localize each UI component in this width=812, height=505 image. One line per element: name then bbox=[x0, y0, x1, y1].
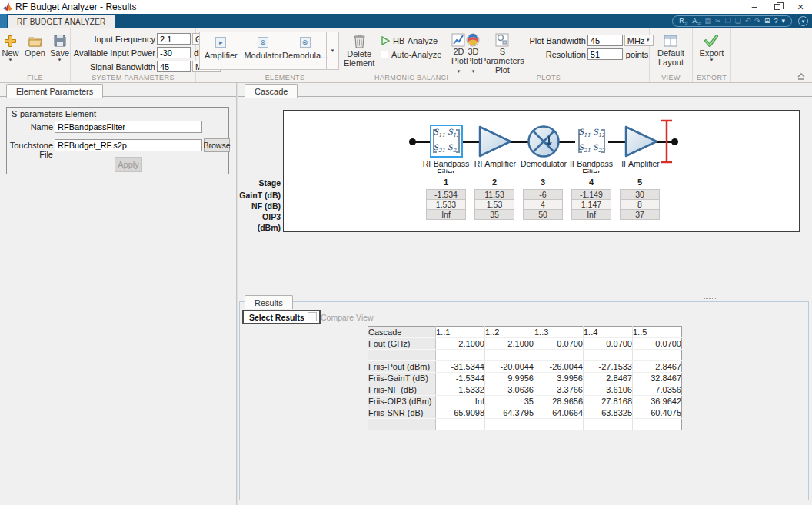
close-button[interactable]: × bbox=[789, 0, 812, 14]
tab-cascade[interactable]: Cascade bbox=[245, 84, 298, 98]
3d-plot-button[interactable]: 3D Plot ▼ bbox=[466, 31, 481, 72]
results-value-cell[interactable]: 36.9642 bbox=[633, 396, 682, 407]
results-value-cell[interactable]: -31.5344 bbox=[436, 361, 485, 373]
splitter-grip[interactable] bbox=[704, 297, 716, 299]
delete-element-button[interactable]: Delete Element bbox=[344, 32, 374, 72]
s-parameters-plot-button[interactable]: S Parameters Plot bbox=[481, 31, 524, 72]
modulator-gallery-button[interactable]: ⊗ Modulator bbox=[242, 32, 285, 69]
results-value-cell[interactable] bbox=[584, 350, 633, 361]
stage-value-cell[interactable]: Inf bbox=[426, 209, 466, 220]
results-value-cell[interactable]: 60.4075 bbox=[633, 407, 682, 419]
minimize-button[interactable]: – bbox=[743, 0, 766, 14]
results-value-cell[interactable] bbox=[534, 350, 584, 361]
copy-icon[interactable]: ❐ bbox=[724, 16, 733, 26]
new-button[interactable]: New ▼ bbox=[1, 31, 21, 72]
results-value-cell[interactable]: 2.8467 bbox=[584, 373, 633, 384]
results-value-cell[interactable]: 3.0636 bbox=[485, 384, 534, 396]
default-layout-button[interactable]: Default Layout bbox=[657, 31, 684, 72]
results-value-cell[interactable]: 9.9956 bbox=[485, 373, 534, 384]
results-value-cell[interactable]: 2.8467 bbox=[633, 361, 682, 373]
tab-results[interactable]: Results bbox=[245, 295, 293, 309]
results-value-cell[interactable]: 27.8168 bbox=[584, 396, 633, 407]
results-value-cell[interactable] bbox=[633, 419, 682, 430]
results-value-cell[interactable]: 7.0356 bbox=[633, 384, 682, 396]
results-value-cell[interactable]: -20.0044 bbox=[485, 361, 534, 373]
compare-view-checkbox[interactable] bbox=[308, 312, 317, 321]
save-icon[interactable]: ▤ bbox=[704, 16, 714, 26]
results-value-cell[interactable]: 3.6106 bbox=[584, 384, 633, 396]
results-value-cell[interactable]: 2.1000 bbox=[436, 338, 485, 350]
results-value-cell[interactable]: 3.3766 bbox=[534, 384, 584, 396]
redo-icon[interactable]: ↷ bbox=[753, 16, 762, 26]
cut-icon[interactable]: ✂ bbox=[714, 16, 723, 26]
undo-icon[interactable]: ↶ bbox=[744, 16, 753, 26]
plot-bandwidth-field[interactable] bbox=[587, 35, 623, 46]
stage-value-cell[interactable]: 1.53 bbox=[474, 199, 514, 210]
resolution-field[interactable] bbox=[587, 48, 623, 60]
stage-value-cell[interactable]: 35 bbox=[474, 209, 514, 220]
dropdown-icon[interactable]: ▾ bbox=[780, 16, 787, 26]
stage-value-cell[interactable]: -6 bbox=[523, 189, 563, 200]
element-ifamplifier[interactable] bbox=[624, 125, 659, 158]
element-demodulator[interactable] bbox=[527, 125, 561, 158]
results-value-cell[interactable]: 35 bbox=[485, 396, 534, 407]
stage-value-cell[interactable]: 1.533 bbox=[426, 199, 466, 210]
stage-value-cell[interactable]: 1.147 bbox=[571, 199, 611, 210]
gallery-expand-button[interactable]: ▼ bbox=[326, 32, 338, 69]
stage-value-cell[interactable]: 37 bbox=[620, 209, 660, 220]
2d-plot-button[interactable]: 2D Plot ▼ bbox=[451, 31, 466, 72]
results-value-cell[interactable]: 1.5332 bbox=[436, 384, 485, 396]
results-value-cell[interactable]: -26.0044 bbox=[534, 361, 584, 373]
results-value-cell[interactable] bbox=[633, 350, 682, 361]
element-rfamplifier[interactable] bbox=[478, 125, 513, 158]
export-button[interactable]: Export ▼ bbox=[700, 31, 724, 72]
open-button[interactable]: Open ▼ bbox=[25, 31, 45, 72]
save-button[interactable]: Save ▼ bbox=[50, 31, 70, 72]
window-icon[interactable]: ⊞ bbox=[763, 16, 772, 26]
hb-analyze-button[interactable]: HB-Analyze bbox=[381, 34, 448, 48]
name-field[interactable] bbox=[55, 121, 202, 133]
results-value-cell[interactable] bbox=[534, 419, 584, 430]
results-value-cell[interactable]: 0.0700 bbox=[584, 338, 633, 350]
results-value-cell[interactable]: -27.1533 bbox=[584, 361, 633, 373]
amplifier-gallery-button[interactable]: ▸ Amplifier bbox=[200, 32, 242, 69]
results-value-cell[interactable]: -1.5344 bbox=[436, 373, 485, 384]
results-value-cell[interactable]: 3.9956 bbox=[534, 373, 584, 384]
results-value-cell[interactable]: 63.8325 bbox=[584, 407, 633, 419]
toolbar-overflow-icon[interactable]: ▾ bbox=[798, 16, 808, 26]
element-ifbandpassfilter[interactable]: S11S12S21S22 bbox=[575, 125, 608, 158]
results-value-cell[interactable] bbox=[436, 419, 485, 430]
results-value-cell[interactable] bbox=[485, 350, 534, 361]
results-value-cell[interactable]: 2.1000 bbox=[485, 338, 534, 350]
collapse-ribbon-icon[interactable] bbox=[797, 73, 806, 80]
shortcut-r-icon[interactable]: R☆ bbox=[677, 16, 690, 27]
results-value-cell[interactable]: 0.0700 bbox=[534, 338, 584, 350]
stage-value-cell[interactable]: -1.534 bbox=[426, 189, 466, 200]
results-value-cell[interactable]: 32.8467 bbox=[633, 373, 682, 384]
apply-button[interactable]: Apply bbox=[115, 157, 142, 172]
paste-icon[interactable]: ❏ bbox=[734, 16, 743, 26]
results-value-cell[interactable] bbox=[436, 350, 485, 361]
help-icon[interactable]: ? bbox=[772, 16, 779, 26]
results-value-cell[interactable]: 28.9656 bbox=[534, 396, 584, 407]
restore-button[interactable] bbox=[766, 0, 789, 14]
ribbon-tab-rf-budget-analyzer[interactable]: RF BUDGET ANALYZER bbox=[8, 15, 115, 28]
signal-bandwidth-field[interactable] bbox=[157, 61, 191, 72]
results-value-cell[interactable] bbox=[485, 419, 534, 430]
results-value-cell[interactable]: Inf bbox=[436, 396, 485, 407]
browse-button[interactable]: Browse bbox=[204, 138, 230, 152]
results-value-cell[interactable]: 65.9098 bbox=[436, 407, 485, 419]
stage-value-cell[interactable]: -1.149 bbox=[571, 189, 611, 200]
shortcut-a-icon[interactable]: A☆ bbox=[691, 16, 702, 27]
stage-value-cell[interactable]: 8 bbox=[620, 199, 660, 210]
stage-value-cell[interactable]: 50 bbox=[523, 209, 563, 220]
stage-value-cell[interactable]: 4 bbox=[523, 199, 563, 210]
results-value-cell[interactable]: 0.0700 bbox=[633, 338, 682, 350]
element-rfbandpassfilter[interactable]: S11S12S21S22 bbox=[430, 125, 463, 158]
auto-analyze-checkbox[interactable]: Auto-Analyze bbox=[381, 48, 448, 61]
touchstone-file-field[interactable] bbox=[55, 139, 202, 151]
tab-element-parameters[interactable]: Element Parameters bbox=[6, 84, 103, 98]
demodulator-gallery-button[interactable]: ⊗ Demodula... bbox=[284, 32, 326, 69]
stage-value-cell[interactable]: Inf bbox=[571, 209, 611, 220]
results-value-cell[interactable]: 64.3795 bbox=[485, 407, 534, 419]
